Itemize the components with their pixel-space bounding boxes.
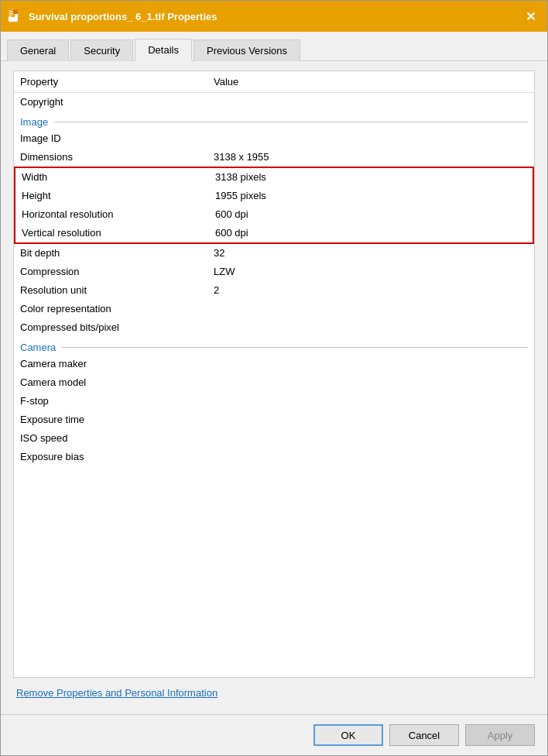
property-table: Property Value Copyright Image Image ID bbox=[13, 70, 535, 678]
table-row: Horizontal resolution 600 dpi bbox=[15, 205, 533, 224]
table-row: Copyright bbox=[14, 93, 534, 112]
window: Survival proportions_ 6_1.tif Properties… bbox=[0, 0, 548, 756]
table-header: Property Value bbox=[14, 71, 534, 93]
tabs-bar: General Security Details Previous Versio… bbox=[1, 32, 547, 61]
table-row: Image ID bbox=[14, 129, 534, 148]
file-icon bbox=[7, 9, 22, 24]
apply-button[interactable]: Apply bbox=[465, 724, 535, 746]
section-camera: Camera bbox=[14, 337, 534, 355]
table-row: Compressed bits/pixel bbox=[14, 318, 534, 337]
table-row: Dimensions 3138 x 1955 bbox=[14, 148, 534, 167]
table-row: ISO speed bbox=[14, 429, 534, 448]
table-row: Bit depth 32 bbox=[14, 244, 534, 263]
tab-security[interactable]: Security bbox=[70, 40, 133, 61]
svg-rect-5 bbox=[13, 9, 18, 14]
window-title: Survival proportions_ 6_1.tif Properties bbox=[29, 11, 217, 22]
table-row: Camera model bbox=[14, 373, 534, 392]
title-bar: Survival proportions_ 6_1.tif Properties… bbox=[1, 1, 547, 32]
close-button[interactable]: ✕ bbox=[519, 5, 541, 27]
remove-properties-link[interactable]: Remove Properties and Personal Informati… bbox=[16, 687, 217, 699]
table-row: Color representation bbox=[14, 300, 534, 318]
table-row: Exposure bias bbox=[14, 448, 534, 466]
ok-button[interactable]: OK bbox=[313, 724, 383, 746]
svg-rect-4 bbox=[9, 15, 12, 17]
table-row: Compression LZW bbox=[14, 263, 534, 281]
cancel-button[interactable]: Cancel bbox=[389, 724, 459, 746]
svg-rect-2 bbox=[9, 11, 13, 12]
tab-details[interactable]: Details bbox=[135, 39, 192, 61]
table-row: Camera maker bbox=[14, 355, 534, 373]
section-image: Image bbox=[14, 112, 534, 129]
col-property-header: Property bbox=[20, 76, 214, 88]
table-row: Resolution unit 2 bbox=[14, 281, 534, 300]
link-area: Remove Properties and Personal Informati… bbox=[13, 678, 535, 705]
tab-previous-versions[interactable]: Previous Versions bbox=[194, 40, 300, 61]
tab-general[interactable]: General bbox=[7, 40, 69, 61]
scroll-area[interactable]: Copyright Image Image ID Dimensions 3138… bbox=[14, 93, 534, 677]
table-row: Vertical resolution 600 dpi bbox=[15, 224, 533, 242]
table-row: Height 1955 pixels bbox=[15, 187, 533, 205]
col-value-header: Value bbox=[214, 76, 528, 88]
table-row: F-stop bbox=[14, 392, 534, 411]
highlighted-properties: Width 3138 pixels Height 1955 pixels Hor… bbox=[14, 167, 534, 244]
title-bar-left: Survival proportions_ 6_1.tif Properties bbox=[7, 9, 217, 24]
table-row: Exposure time bbox=[14, 411, 534, 429]
footer: OK Cancel Apply bbox=[1, 714, 547, 755]
svg-rect-3 bbox=[9, 13, 13, 15]
content-area: Property Value Copyright Image Image ID bbox=[1, 61, 547, 714]
table-row: Width 3138 pixels bbox=[15, 168, 533, 187]
